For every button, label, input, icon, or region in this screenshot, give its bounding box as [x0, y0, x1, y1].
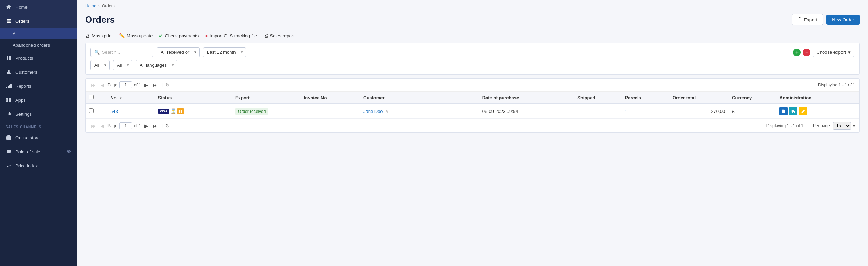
col-no-sort[interactable]: ▾	[120, 96, 121, 100]
customer-link[interactable]: Jane Doe	[363, 109, 383, 114]
bot-refresh-button[interactable]: ↻	[165, 123, 170, 129]
last-page-button[interactable]: ⏭	[151, 82, 159, 88]
choose-export-button[interactable]: Choose export ▾	[813, 48, 854, 57]
sidebar-sub-item-abandoned[interactable]: Abandoned orders	[0, 39, 77, 51]
new-order-button[interactable]: New Order	[826, 15, 860, 25]
sidebar-item-online-store[interactable]: Online store	[0, 131, 77, 145]
add-filter-button[interactable]: +	[793, 49, 801, 56]
sidebar-item-orders[interactable]: Orders	[0, 14, 77, 28]
filter-row-1: 🔍 All received or Last 12 month + − Choo…	[90, 47, 854, 57]
bot-last-page-button[interactable]: ⏭	[151, 123, 159, 129]
check-payments-label: Check payments	[165, 33, 199, 38]
bot-page-input[interactable]	[119, 122, 132, 129]
customer-edit-icon[interactable]: ✎	[385, 109, 389, 114]
col-header-total: Order total	[669, 92, 728, 104]
check-payments-action[interactable]: ✔ Check payments	[159, 33, 199, 38]
svg-point-16	[794, 112, 795, 113]
sidebar-settings-label: Settings	[15, 112, 32, 117]
sidebar-item-point-of-sale[interactable]: Point of sale	[0, 145, 77, 159]
first-page-button[interactable]: ⏮	[90, 82, 97, 88]
filter-bar: 🔍 All received or Last 12 month + − Choo…	[85, 43, 860, 75]
sidebar-item-reports[interactable]: Reports	[0, 79, 77, 93]
sidebar-item-settings[interactable]: Settings	[0, 107, 77, 121]
orders-icon	[6, 18, 12, 24]
sidebar-item-home[interactable]: Home	[0, 0, 77, 14]
svg-rect-0	[7, 19, 11, 20]
mass-print-action[interactable]: 🖨 Mass print	[85, 33, 113, 38]
prev-page-button[interactable]: ◀	[99, 82, 105, 88]
sidebar-item-apps[interactable]: Apps	[0, 93, 77, 107]
next-page-button[interactable]: ▶	[143, 82, 149, 88]
col-header-no: No. ▾	[107, 92, 154, 104]
sidebar-item-price-index[interactable]: Price index	[0, 159, 77, 173]
admin-truck-button[interactable]	[789, 107, 797, 115]
sidebar-sub-item-all[interactable]: All	[0, 28, 77, 39]
all-filter[interactable]: All	[91, 60, 109, 70]
select-all-checkbox[interactable]	[89, 95, 94, 99]
row-total-cell: 270,00	[669, 104, 728, 119]
parcels-link[interactable]: 1	[625, 109, 628, 114]
display-info-bottom: Displaying 1 - 1 of 1	[766, 123, 803, 128]
pag-divider-1: |	[162, 82, 163, 87]
date-filter-wrap: Last 12 month	[203, 47, 246, 57]
breadcrumb-home-link[interactable]: Home	[85, 3, 96, 8]
pos-eye-icon[interactable]	[66, 149, 71, 155]
language-filter[interactable]: All languages	[136, 60, 177, 70]
page-input[interactable]	[119, 81, 132, 88]
row-checkbox[interactable]	[89, 108, 94, 113]
bot-prev-page-button[interactable]: ◀	[99, 123, 105, 129]
col-header-check	[86, 92, 107, 104]
sidebar-products-label: Products	[15, 56, 33, 61]
clock-icon: ⏳	[170, 108, 176, 114]
col-header-parcels: Parcels	[622, 92, 669, 104]
barcode-icon: ▮▮	[177, 108, 184, 114]
bot-pag-divider: |	[162, 123, 163, 128]
admin-doc-button[interactable]	[779, 107, 788, 115]
page-header: Orders Export New Order	[77, 12, 868, 30]
all2-filter-wrap: All	[113, 60, 132, 70]
chevron-down-icon: ▾	[848, 50, 851, 55]
sales-report-action[interactable]: 🖨 Sales report	[264, 33, 295, 38]
price-index-icon	[6, 163, 12, 169]
svg-rect-1	[7, 21, 11, 22]
sidebar-item-customers[interactable]: Customers	[0, 65, 77, 79]
per-page-select[interactable]: 15 25 50 100	[833, 122, 851, 130]
col-status-label: Status	[158, 95, 172, 100]
refresh-button[interactable]: ↻	[165, 82, 170, 88]
col-total-label: Order total	[673, 95, 696, 100]
row-parcels-cell: 1	[622, 104, 669, 119]
all2-filter[interactable]: All	[113, 60, 132, 70]
order-number-link[interactable]: 543	[110, 109, 118, 114]
online-store-icon	[6, 135, 12, 141]
search-input[interactable]	[102, 50, 147, 55]
col-header-export: Export	[232, 92, 301, 104]
remove-filter-button[interactable]: −	[803, 49, 810, 56]
bot-next-page-button[interactable]: ▶	[143, 123, 149, 129]
col-header-invoice: Invoice No.	[301, 92, 360, 104]
customers-icon	[6, 69, 12, 75]
admin-edit-button[interactable]	[799, 107, 807, 115]
breadcrumb-separator: ›	[98, 3, 100, 8]
display-info-top: Displaying 1 - 1 of 1	[818, 82, 855, 87]
divider-pipe: |	[808, 123, 809, 128]
bot-first-page-button[interactable]: ⏮	[90, 123, 97, 129]
col-date-label: Date of purchase	[482, 95, 519, 100]
svg-rect-10	[6, 100, 8, 102]
page-title: Orders	[85, 14, 115, 25]
import-gls-action[interactable]: ● Import GLS tracking file	[205, 33, 257, 38]
sidebar-reports-label: Reports	[15, 84, 31, 89]
sidebar-customers-label: Customers	[15, 70, 37, 75]
date-filter[interactable]: Last 12 month	[203, 48, 246, 57]
status-filter[interactable]: All received or	[157, 48, 199, 57]
filter-right: + − Choose export ▾	[793, 48, 854, 57]
svg-rect-6	[9, 85, 10, 88]
export-button[interactable]: Export	[792, 14, 823, 25]
row-status-cell: VISA ⏳ ▮▮	[155, 104, 232, 119]
sidebar-item-products[interactable]: Products	[0, 51, 77, 65]
row-admin-cell	[776, 104, 859, 119]
table-header-row: No. ▾ Status Export Invoice No. Customer	[86, 92, 859, 104]
apps-icon	[6, 97, 12, 103]
mass-update-action[interactable]: ✏️ Mass update	[119, 33, 153, 38]
row-shipped-cell	[574, 104, 621, 119]
bot-page-label: Page	[107, 123, 117, 128]
